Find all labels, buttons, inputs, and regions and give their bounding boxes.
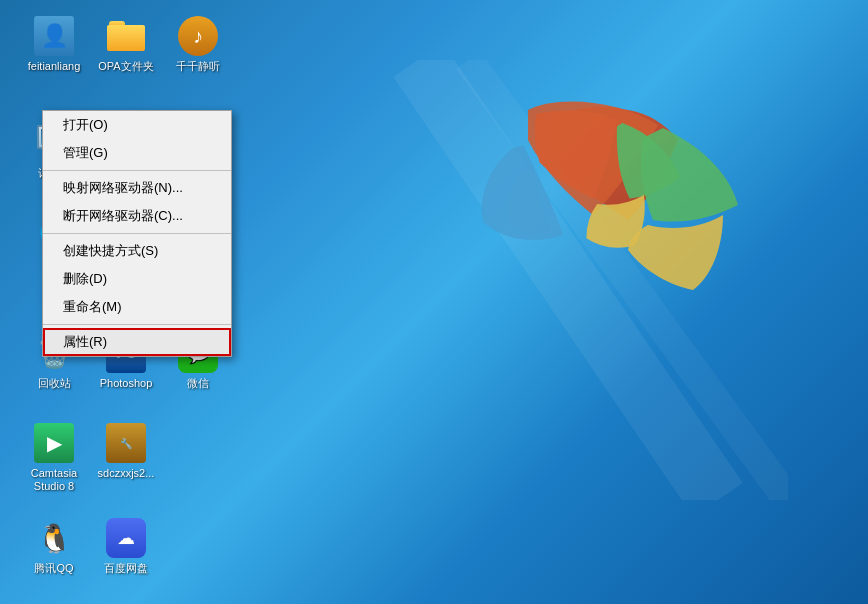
desktop: 👤 feitianliang OPA文件夹 ♪ 千千静听 计算机 (0, 0, 868, 604)
menu-separator-2 (43, 233, 231, 234)
icon-sdcz[interactable]: 🔧 sdczxxjs2... (90, 423, 162, 480)
context-menu: 打开(O) 管理(G) 映射网络驱动器(N)... 断开网络驱动器(C)... … (42, 110, 232, 357)
icon-baidu-netdisk[interactable]: ☁ 百度网盘 (90, 518, 162, 575)
menu-item-properties[interactable]: 属性(R) (43, 328, 231, 356)
menu-item-open[interactable]: 打开(O) (43, 111, 231, 139)
menu-item-disconnect-drive[interactable]: 断开网络驱动器(C)... (43, 202, 231, 230)
icon-qq[interactable]: 🐧 腾讯QQ (18, 518, 90, 575)
icon-qianqian[interactable]: ♪ 千千静听 (162, 16, 234, 73)
menu-item-create-shortcut[interactable]: 创建快捷方式(S) (43, 237, 231, 265)
icon-camtasia[interactable]: ▶ CamtasiaStudio 8 (18, 423, 90, 493)
icon-opa-folder[interactable]: OPA文件夹 (90, 16, 162, 73)
icon-feitianliang[interactable]: 👤 feitianliang (18, 16, 90, 73)
menu-item-manage[interactable]: 管理(G) (43, 139, 231, 167)
menu-item-map-drive[interactable]: 映射网络驱动器(N)... (43, 174, 231, 202)
menu-item-delete[interactable]: 删除(D) (43, 265, 231, 293)
menu-separator-1 (43, 170, 231, 171)
menu-separator-3 (43, 324, 231, 325)
menu-item-rename[interactable]: 重命名(M) (43, 293, 231, 321)
